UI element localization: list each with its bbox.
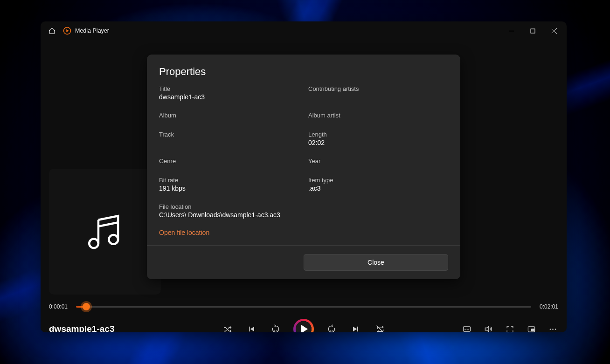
timeline: 0:00:01 0:02:01 (49, 300, 558, 313)
seek-thumb[interactable] (83, 303, 90, 310)
svg-point-9 (555, 329, 556, 330)
prop-album-artist: Album artist (308, 112, 448, 120)
skip-back-seconds: 10 (274, 330, 278, 332)
prop-year: Year (308, 158, 448, 165)
prop-album: Album (159, 112, 308, 120)
center-controls: 10 30 (221, 319, 387, 332)
captions-button[interactable] (461, 323, 472, 332)
prop-item-type: Item type.ac3 (308, 177, 448, 192)
music-note-icon (84, 211, 126, 253)
prop-file-location: File locationC:\Users\ Downloads\dwsampl… (159, 203, 448, 219)
properties-grid: Titledwsample1-ac3 Contributing artists … (159, 85, 448, 219)
skip-forward-seconds: 30 (330, 330, 334, 332)
prop-title: Titledwsample1-ac3 (159, 85, 308, 101)
next-button[interactable] (349, 323, 362, 332)
svg-point-3 (109, 235, 118, 244)
title-bar[interactable]: Media Player (41, 21, 567, 40)
window-controls (500, 21, 565, 40)
fullscreen-button[interactable] (504, 323, 515, 332)
prop-bit-rate: Bit rate191 kbps (159, 177, 308, 192)
app-icon (62, 26, 72, 36)
svg-point-2 (89, 239, 98, 248)
svg-rect-4 (464, 327, 471, 331)
time-total: 0:02:01 (540, 303, 558, 310)
album-art-placeholder (49, 169, 161, 295)
volume-button[interactable] (483, 323, 494, 332)
control-bar: dwsample1-ac3 10 30 (49, 316, 558, 332)
repeat-button[interactable] (374, 323, 387, 332)
shuffle-button[interactable] (221, 323, 234, 332)
skip-back-button[interactable]: 10 (269, 323, 282, 332)
svg-rect-1 (531, 29, 535, 33)
play-icon (301, 325, 308, 332)
prop-genre: Genre (159, 158, 308, 165)
svg-point-7 (549, 329, 551, 330)
prop-length: Length02:02 (308, 131, 448, 146)
play-button[interactable] (293, 319, 314, 332)
maximize-button[interactable] (522, 21, 543, 40)
seek-bar[interactable] (76, 306, 531, 308)
open-file-location-link[interactable]: Open file location (159, 229, 209, 236)
now-playing-title: dwsample1-ac3 (49, 324, 114, 332)
prop-contributing-artists: Contributing artists (308, 85, 448, 101)
time-elapsed: 0:00:01 (49, 303, 68, 310)
previous-button[interactable] (245, 323, 258, 332)
close-dialog-button[interactable]: Close (304, 254, 448, 271)
right-controls (461, 323, 558, 332)
more-button[interactable] (547, 323, 558, 332)
svg-point-8 (552, 329, 554, 330)
minimize-button[interactable] (500, 21, 522, 40)
prop-track: Track (159, 131, 308, 146)
dialog-title: Properties (159, 66, 448, 78)
svg-rect-6 (531, 329, 534, 331)
home-button[interactable] (42, 21, 61, 40)
mini-player-button[interactable] (526, 323, 537, 332)
media-player-window: Media Player 0:00:01 0:02:01 dwsample1-a… (41, 21, 567, 332)
skip-forward-button[interactable]: 30 (325, 323, 338, 332)
close-button[interactable] (543, 21, 565, 40)
app-title: Media Player (75, 27, 109, 34)
properties-dialog: Properties Titledwsample1-ac3 Contributi… (147, 55, 460, 279)
